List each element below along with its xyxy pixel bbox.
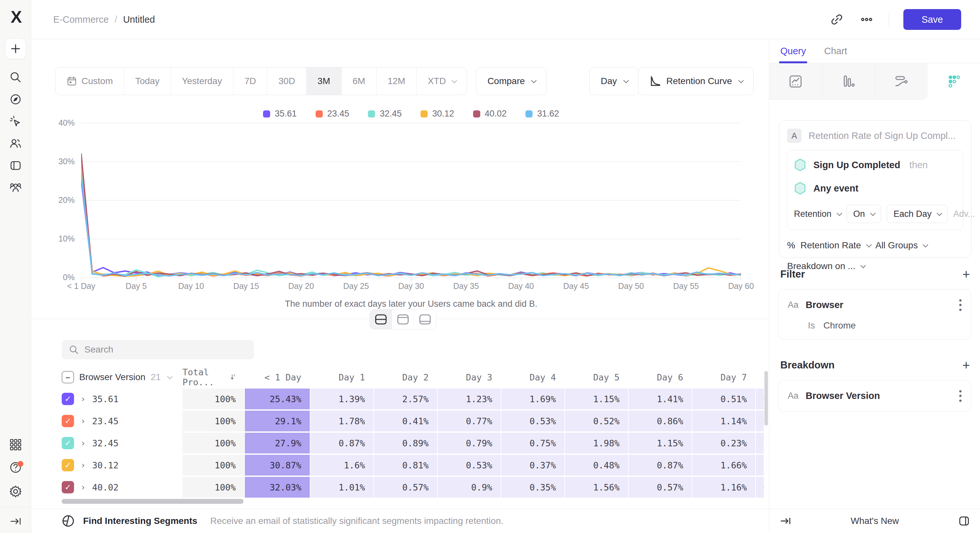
vertical-scrollbar[interactable] <box>764 371 768 425</box>
table-header-day-2[interactable]: Day 2 <box>374 367 437 387</box>
find-segments-description: Receive an email of statistically signif… <box>210 516 504 526</box>
panel-layout-icon[interactable] <box>958 515 970 527</box>
date-range-30d[interactable]: 30D <box>267 68 306 95</box>
advanced-dropdown[interactable]: Adv... <box>953 209 980 219</box>
breakdown-property-name[interactable]: Browser Version <box>806 390 952 401</box>
whats-new-link[interactable]: What's New <box>851 516 899 526</box>
each-day-dropdown[interactable]: Each Day <box>887 205 948 223</box>
tab-chart[interactable]: Chart <box>824 39 847 63</box>
settings-gear-icon[interactable] <box>0 482 31 501</box>
breakdown-kebab-menu[interactable]: ••• <box>959 389 962 403</box>
copy-link-icon[interactable] <box>829 12 845 27</box>
event-row-any-event[interactable]: Any event <box>794 181 956 195</box>
horizontal-scrollbar[interactable] <box>62 499 243 504</box>
groups-dropdown[interactable]: All Groups <box>875 240 927 251</box>
select-all-checkbox[interactable]: – <box>62 371 74 383</box>
table-header-day-5[interactable]: Day 5 <box>565 367 628 387</box>
explore-compass-icon[interactable] <box>0 90 31 108</box>
boards-nav-icon[interactable] <box>0 157 31 174</box>
table-header-day-3[interactable]: Day 3 <box>438 367 501 387</box>
chart-type-label: Retention Curve <box>666 76 732 86</box>
cell-day-value: 0.57% <box>628 477 692 498</box>
breadcrumb-report-title[interactable]: Untitled <box>123 14 155 25</box>
row-expand-chevron[interactable]: › <box>81 460 86 470</box>
more-options-icon[interactable] <box>859 12 875 27</box>
cohorts-nav-icon[interactable] <box>0 179 31 197</box>
table-header--1-day[interactable]: < 1 Day <box>245 367 310 387</box>
filter-operator[interactable]: Is <box>808 320 815 331</box>
tab-query[interactable]: Query <box>780 39 806 63</box>
chevron-down-icon <box>531 78 537 83</box>
insights-report-tab[interactable] <box>769 63 822 100</box>
legend-item-32.45[interactable]: 32.45 <box>368 109 402 119</box>
row-checkbox[interactable]: ✓ <box>62 459 74 471</box>
metric-dropdown[interactable]: Retention Rate <box>800 240 870 251</box>
query-title[interactable]: Retention Rate of Sign Up Compl... <box>808 130 956 141</box>
date-range-today[interactable]: Today <box>124 68 171 95</box>
date-range-6m[interactable]: 6M <box>342 68 377 95</box>
legend-item-23.45[interactable]: 23.45 <box>316 109 349 119</box>
row-expand-chevron[interactable]: › <box>81 482 86 492</box>
table-header-day-6[interactable]: Day 6 <box>628 367 692 387</box>
save-button[interactable]: Save <box>904 9 961 30</box>
help-icon[interactable] <box>0 458 31 476</box>
legend-item-40.02[interactable]: 40.02 <box>473 109 507 119</box>
date-range-12m[interactable]: 12M <box>377 68 417 95</box>
date-range-custom[interactable]: Custom <box>56 68 124 95</box>
collapse-panel-icon[interactable] <box>780 515 791 527</box>
event-row-signup[interactable]: Sign Up Completed then <box>794 158 956 172</box>
events-cursor-icon[interactable] <box>0 112 31 130</box>
compare-button[interactable]: Compare <box>476 67 547 95</box>
mixpanel-logo[interactable]: X <box>0 7 31 27</box>
legend-item-31.62[interactable]: 31.62 <box>525 109 559 119</box>
add-breakdown-button[interactable]: + <box>963 359 970 372</box>
retention-report-tab[interactable] <box>928 63 980 100</box>
date-range-7d[interactable]: 7D <box>234 68 267 95</box>
row-expand-chevron[interactable]: › <box>81 394 86 404</box>
sidebar-divider <box>0 507 31 508</box>
x-axis-tick-label: Day 50 <box>605 281 657 291</box>
query-step-badge: A <box>787 128 802 143</box>
users-nav-icon[interactable] <box>0 134 31 152</box>
expand-sidebar-icon[interactable] <box>0 512 31 530</box>
row-expand-chevron[interactable]: › <box>81 416 86 426</box>
table-header-group-column: –Browser Version21 <box>59 367 182 387</box>
table-header-total[interactable]: Total Pro... <box>183 367 244 387</box>
filter-value[interactable]: Chrome <box>824 320 856 331</box>
table-header-day-7[interactable]: Day 7 <box>692 367 755 387</box>
table-header-day-4[interactable]: Day 4 <box>501 367 564 387</box>
breadcrumb-workspace[interactable]: E-Commerce <box>53 14 109 25</box>
filter-property-name[interactable]: Browser <box>806 300 952 310</box>
chart-type-button[interactable]: Retention Curve <box>638 67 754 95</box>
layout-chart-top-button[interactable] <box>392 310 414 329</box>
table-header-day-1[interactable]: Day 1 <box>310 367 374 387</box>
date-range-yesterday[interactable]: Yesterday <box>171 68 234 95</box>
row-expand-chevron[interactable]: › <box>81 438 86 448</box>
create-new-button[interactable] <box>5 38 26 59</box>
apps-grid-icon[interactable] <box>0 436 31 454</box>
row-checkbox[interactable]: ✓ <box>62 437 74 449</box>
funnels-report-tab[interactable] <box>822 63 875 100</box>
date-range-3m[interactable]: 3M <box>307 68 342 95</box>
retention-type-dropdown[interactable]: Retention <box>794 209 841 219</box>
filter-kebab-menu[interactable]: ••• <box>959 298 962 312</box>
event-name: Sign Up Completed <box>813 160 900 170</box>
layout-chart-bottom-button[interactable] <box>414 310 436 329</box>
sort-icon <box>230 372 236 382</box>
cell-day-value: 0.9% <box>438 477 501 498</box>
row-checkbox[interactable]: ✓ <box>62 481 74 493</box>
row-checkbox[interactable]: ✓ <box>62 415 74 427</box>
on-dropdown[interactable]: On <box>846 205 881 223</box>
find-segments-link[interactable]: Find Interesting Segments <box>83 516 197 526</box>
search-input[interactable] <box>84 344 240 355</box>
date-range-xtd[interactable]: XTD <box>417 68 467 95</box>
flows-report-tab[interactable] <box>875 63 928 100</box>
legend-item-35.61[interactable]: 35.61 <box>263 109 297 119</box>
granularity-button[interactable]: Day <box>589 67 639 95</box>
row-checkbox[interactable]: ✓ <box>62 393 74 405</box>
legend-item-30.12[interactable]: 30.12 <box>420 109 454 119</box>
layout-split-button[interactable] <box>370 310 392 329</box>
y-axis-tick-label: 0% <box>41 273 75 282</box>
add-filter-button[interactable]: + <box>963 268 970 281</box>
search-nav-icon[interactable] <box>0 68 31 86</box>
